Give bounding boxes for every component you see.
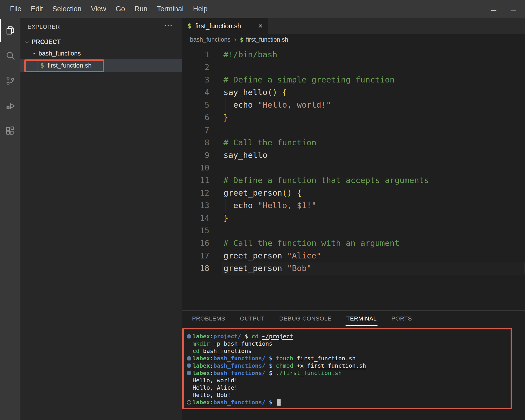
editor-column: $ first_function.sh × bash_functions › $… (182, 18, 525, 420)
explorer-icon[interactable] (0, 18, 20, 43)
vscode-window: FileEditSelectionViewGoRunTerminalHelp ←… (0, 0, 525, 420)
activity-bar (0, 18, 20, 420)
code-line-12[interactable]: 12greet_person() { (182, 186, 525, 199)
code-line-7[interactable]: 7 (182, 124, 525, 136)
code-line-11[interactable]: 11# Define a function that accepts argum… (182, 174, 525, 186)
line-number: 7 (182, 125, 209, 135)
code-text: say_hello() { (223, 87, 287, 97)
line-number: 15 (182, 226, 209, 235)
line-number: 8 (182, 138, 209, 147)
line-number: 9 (182, 151, 209, 160)
code-line-1[interactable]: 1#!/bin/bash (182, 48, 525, 61)
terminal-line: cd bash_functions (187, 347, 525, 355)
more-actions-icon[interactable]: ⋯ (164, 20, 173, 30)
terminal-cursor (277, 399, 281, 406)
code-editor[interactable]: 1#!/bin/bash23# Define a simple greeting… (182, 45, 525, 310)
bullet-placeholder (187, 393, 191, 397)
line-number: 16 (182, 239, 209, 248)
code-text: #!/bin/bash (223, 50, 277, 59)
tree-folder-bash-functions[interactable]: bash_functions (20, 48, 182, 59)
menu-edit[interactable]: Edit (26, 5, 48, 13)
file-tree: PROJECTbash_functions$first_function.sh (20, 36, 182, 72)
terminal-text: Hello, Bob! (193, 392, 231, 398)
menu-terminal[interactable]: Terminal (152, 5, 188, 13)
terminal-line: labex:bash_functions/ $ chmod +x first_f… (187, 362, 525, 369)
code-line-3[interactable]: 3# Define a simple greeting function (182, 73, 525, 86)
code-line-13[interactable]: 13 echo "Hello, $1!" (182, 199, 525, 212)
menu-selection[interactable]: Selection (48, 5, 86, 13)
code-text: greet_person() { (223, 188, 302, 197)
terminal[interactable]: labex:project/ $ cd ~/projectmkdir -p ba… (182, 327, 525, 420)
bullet-placeholder (187, 378, 191, 383)
code-line-10[interactable]: 10 (182, 161, 525, 174)
code-line-14[interactable]: 14} (182, 212, 525, 224)
chevron-down-icon (25, 40, 29, 44)
code-line-6[interactable]: 6} (182, 111, 525, 124)
line-number: 12 (182, 188, 209, 197)
code-line-17[interactable]: 17greet_person "Alice" (182, 249, 525, 262)
code-line-15[interactable]: 15 (182, 224, 525, 237)
menu-bar: FileEditSelectionViewGoRunTerminalHelp (5, 5, 212, 13)
source-control-icon[interactable] (0, 68, 20, 93)
tree-file-first-function-sh[interactable]: $first_function.sh (20, 59, 182, 72)
sidebar-title: EXPLORER (28, 24, 60, 30)
code-line-9[interactable]: 9say_hello (182, 149, 525, 161)
panel-tab-problems[interactable]: PROBLEMS (192, 315, 225, 322)
code-line-18[interactable]: 18greet_person "Bob" (182, 262, 525, 274)
menu-view[interactable]: View (86, 5, 111, 13)
terminal-line: labex:bash_functions/ $ (187, 399, 525, 406)
terminal-text: labex:bash_functions/ $ (193, 399, 276, 406)
code-line-8[interactable]: 8# Call the function (182, 136, 525, 149)
chevron-down-icon (31, 51, 36, 56)
code-line-4[interactable]: 4say_hello() { (182, 86, 525, 98)
terminal-text: Hello, Alice! (193, 384, 238, 391)
tab-first-function-sh[interactable]: $ first_function.sh × (182, 18, 268, 34)
panel-tab-terminal[interactable]: TERMINAL (346, 315, 377, 322)
code-text: echo "Hello, $1!" (223, 201, 316, 210)
panel-tab-ports[interactable]: PORTS (391, 315, 412, 322)
sidebar-section-project[interactable]: PROJECT (20, 36, 182, 48)
extensions-icon[interactable] (0, 118, 20, 143)
tree-item-label: PROJECT (32, 38, 61, 46)
bullet-placeholder (187, 341, 191, 346)
back-arrow-icon[interactable]: ← (489, 4, 498, 14)
history-nav: ← → (489, 0, 518, 18)
explorer-sidebar: EXPLORER ⋯ PROJECTbash_functions$first_f… (20, 18, 182, 420)
breadcrumb-file[interactable]: first_function.sh (246, 36, 288, 43)
titlebar: FileEditSelectionViewGoRunTerminalHelp ←… (0, 0, 525, 18)
code-text: } (223, 213, 228, 223)
line-number: 13 (182, 201, 209, 210)
bullet-placeholder (187, 385, 191, 390)
menu-run[interactable]: Run (130, 5, 152, 13)
code-line-16[interactable]: 16# Call the function with an argument (182, 237, 525, 249)
close-icon[interactable]: × (258, 22, 263, 30)
menu-go[interactable]: Go (111, 5, 130, 13)
code-text: greet_person "Bob" (223, 263, 311, 273)
menu-help[interactable]: Help (188, 5, 212, 13)
sidebar-header: EXPLORER ⋯ (20, 18, 182, 36)
code-text: } (223, 113, 228, 122)
shellscript-icon: $ (40, 62, 44, 69)
forward-arrow-icon[interactable]: → (509, 4, 518, 14)
panel-tab-output[interactable]: OUTPUT (240, 315, 265, 322)
shellscript-icon: $ (187, 22, 191, 30)
run-debug-icon[interactable] (0, 93, 20, 118)
breadcrumb-folder[interactable]: bash_functions (190, 36, 231, 43)
terminal-text: labex:bash_functions/ $ ./first_function… (193, 370, 342, 376)
terminal-line: Hello, world! (187, 377, 525, 384)
terminal-line: labex:bash_functions/ $ ./first_function… (187, 369, 525, 377)
line-number: 4 (182, 88, 209, 97)
bottom-panel: PROBLEMSOUTPUTDEBUG CONSOLETERMINALPORTS… (182, 310, 525, 420)
menu-file[interactable]: File (5, 5, 26, 13)
terminal-text: labex:project/ $ cd ~/project (193, 333, 293, 340)
code-line-2[interactable]: 2 (182, 61, 525, 73)
code-line-5[interactable]: 5 echo "Hello, world!" (182, 98, 525, 111)
line-number: 3 (182, 75, 209, 84)
line-number: 14 (182, 213, 209, 223)
panel-tab-debug-console[interactable]: DEBUG CONSOLE (279, 315, 332, 322)
command-status-icon (187, 334, 191, 339)
line-number: 1 (182, 50, 209, 59)
code-text: # Call the function (223, 138, 316, 147)
terminal-line: labex:bash_functions/ $ touch first_func… (187, 355, 525, 362)
search-icon[interactable] (0, 43, 20, 68)
